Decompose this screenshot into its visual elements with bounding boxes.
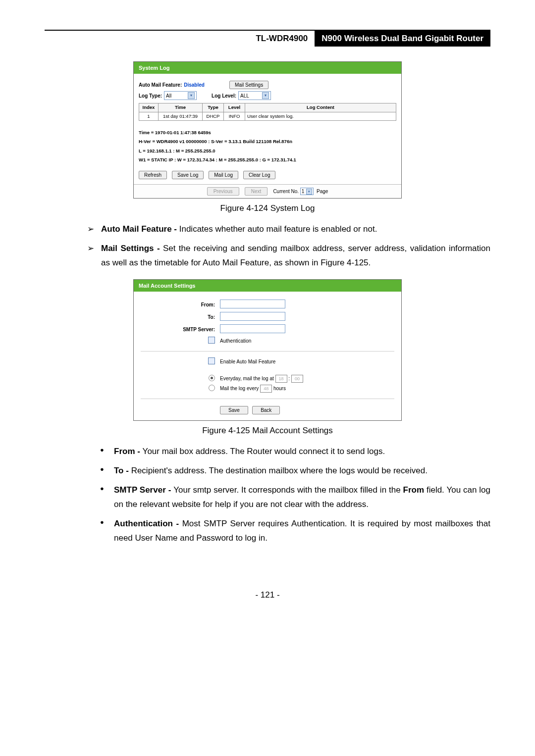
refresh-button[interactable]: Refresh bbox=[139, 171, 167, 179]
list-item: To - Recipient's address. The destinatio… bbox=[100, 464, 490, 478]
panel-title: Mail Account Settings bbox=[134, 280, 401, 292]
page-select[interactable]: 1 ▾ bbox=[300, 188, 314, 195]
panel-title: System Log bbox=[134, 62, 401, 74]
item-head: SMTP Server - bbox=[114, 485, 173, 495]
info-time: Time = 1970-01-01 1:47:38 6459s bbox=[139, 130, 396, 136]
loglevel-select[interactable]: ALL ▾ bbox=[238, 91, 271, 100]
minute-input[interactable]: 00 bbox=[291, 375, 303, 383]
page-value: 1 bbox=[302, 188, 305, 195]
interval-label: Mail the log every bbox=[220, 386, 259, 391]
enable-automail-label: Enable Auto Mail Feature bbox=[220, 359, 275, 364]
field-descriptions: From - Your mail box address. The Router… bbox=[45, 445, 490, 545]
from-input[interactable] bbox=[220, 300, 285, 308]
mail-settings-screenshot: Mail Account Settings From: To: SMTP Ser… bbox=[133, 279, 402, 421]
save-button[interactable]: Save bbox=[220, 406, 248, 414]
cell-index: 1 bbox=[139, 112, 159, 120]
colon: : bbox=[288, 376, 290, 381]
cell-level: INFO bbox=[224, 112, 245, 120]
hour-input[interactable]: 18 bbox=[275, 375, 287, 383]
interval-radio[interactable] bbox=[209, 385, 215, 391]
doc-header: TL-WDR4900 N900 Wireless Dual Band Gigab… bbox=[45, 30, 490, 47]
th-level: Level bbox=[224, 103, 245, 112]
th-index: Index bbox=[139, 103, 159, 112]
item-head: Auto Mail Feature - bbox=[101, 224, 179, 234]
clear-log-button[interactable]: Clear Log bbox=[243, 171, 275, 179]
everyday-label: Everyday, mail the log at bbox=[220, 376, 274, 381]
model-label: TL-WDR4900 bbox=[249, 31, 315, 47]
logtype-select[interactable]: All ▾ bbox=[164, 91, 197, 100]
loglevel-value: ALL bbox=[240, 93, 260, 99]
list-item: SMTP Server - Your smtp server. It corre… bbox=[100, 483, 490, 512]
separator bbox=[141, 399, 394, 399]
item-text: Your smtp server. It corresponds with th… bbox=[173, 485, 403, 495]
item-head: Authentication - bbox=[114, 519, 182, 528]
figure-caption-2: Figure 4-125 Mail Account Settings bbox=[45, 426, 490, 436]
system-log-screenshot: System Log Auto Mail Feature: Disabled M… bbox=[133, 61, 402, 199]
logtype-value: All bbox=[166, 93, 186, 99]
everyday-radio[interactable] bbox=[209, 375, 215, 381]
smtp-input[interactable] bbox=[220, 324, 285, 333]
auth-label: Authentication bbox=[220, 338, 251, 344]
list-item: Auto Mail Feature - Indicates whether au… bbox=[87, 222, 490, 237]
separator bbox=[141, 351, 394, 352]
item-head: From - bbox=[114, 447, 143, 456]
back-button[interactable]: Back bbox=[252, 406, 280, 414]
info-lan: L = 192.168.1.1 : M = 255.255.255.0 bbox=[139, 148, 396, 154]
page-label: Page bbox=[317, 189, 328, 194]
table-header-row: Index Time Type Level Log Content bbox=[139, 103, 396, 112]
pager: Previous Next Current No. 1 ▾ Page bbox=[134, 184, 401, 198]
save-log-button[interactable]: Save Log bbox=[172, 171, 204, 179]
to-input[interactable] bbox=[220, 312, 285, 321]
cell-content: User clear system log. bbox=[245, 112, 396, 120]
automail-label: Auto Mail Feature: bbox=[139, 82, 182, 88]
automail-value: Disabled bbox=[184, 82, 205, 88]
page-number: - 121 - bbox=[45, 590, 490, 600]
th-type: Type bbox=[203, 103, 224, 112]
table-row: 1 1st day 01:47:39 DHCP INFO User clear … bbox=[139, 112, 396, 120]
figure-caption-1: Figure 4-124 System Log bbox=[45, 203, 490, 213]
th-content: Log Content bbox=[245, 103, 396, 112]
auth-checkbox[interactable] bbox=[208, 337, 215, 344]
chevron-down-icon: ▾ bbox=[188, 92, 195, 99]
cell-time: 1st day 01:47:39 bbox=[159, 112, 203, 120]
product-label: N900 Wireless Dual Band Gigabit Router bbox=[315, 31, 490, 47]
previous-button[interactable]: Previous bbox=[207, 187, 239, 196]
mail-settings-button[interactable]: Mail Settings bbox=[229, 81, 268, 89]
system-info-block: Time = 1970-01-01 1:47:38 6459s H-Ver = … bbox=[139, 130, 396, 163]
th-time: Time bbox=[159, 103, 203, 112]
next-button[interactable]: Next bbox=[245, 187, 268, 196]
item-head: To - bbox=[114, 466, 131, 475]
logtype-label: Log Type: bbox=[139, 93, 162, 99]
to-label: To: bbox=[141, 314, 220, 320]
mail-log-button[interactable]: Mail Log bbox=[209, 171, 238, 179]
hours-label: hours bbox=[273, 386, 286, 391]
current-no-label: Current No. bbox=[273, 189, 299, 194]
info-wan: W1 = STATIC IP : W = 172.31.74.34 : M = … bbox=[139, 157, 396, 163]
list-item: Mail Settings - Set the receiving and se… bbox=[87, 242, 490, 270]
item-text: Your mail box address. The Router would … bbox=[143, 447, 385, 456]
interval-input[interactable]: 48 bbox=[260, 385, 272, 393]
chevron-down-icon: ▾ bbox=[306, 189, 312, 195]
chevron-down-icon: ▾ bbox=[262, 92, 269, 99]
list-item: Authentication - Most SMTP Server requir… bbox=[100, 517, 490, 546]
feature-list: Auto Mail Feature - Indicates whether au… bbox=[45, 222, 490, 270]
info-hver: H-Ver = WDR4900 v1 00000000 : S-Ver = 3.… bbox=[139, 139, 396, 145]
item-text: Indicates whether auto mail feature is e… bbox=[179, 224, 377, 234]
enable-automail-checkbox[interactable] bbox=[208, 357, 215, 364]
list-item: From - Your mail box address. The Router… bbox=[100, 445, 490, 459]
from-bold: From bbox=[403, 485, 425, 495]
cell-type: DHCP bbox=[203, 112, 224, 120]
item-text: Recipient's address. The destination mai… bbox=[131, 466, 428, 475]
from-label: From: bbox=[141, 302, 220, 308]
loglevel-label: Log Level: bbox=[212, 93, 236, 99]
item-head: Mail Settings - bbox=[101, 244, 163, 253]
log-table: Index Time Type Level Log Content 1 1st … bbox=[139, 103, 396, 121]
smtp-label: SMTP Server: bbox=[141, 326, 220, 333]
